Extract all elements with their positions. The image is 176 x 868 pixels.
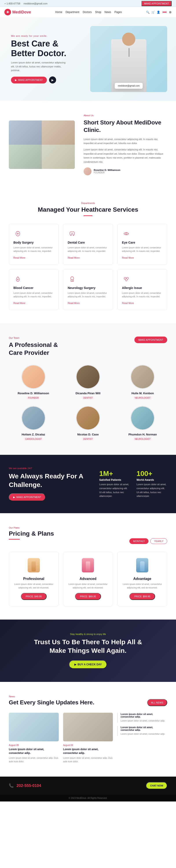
logo-icon: ✚	[4, 9, 11, 16]
accessibility-icon[interactable]: ⊕	[169, 10, 172, 14]
news-card-2: August 09 Lorem ipsum dolor sit amet, co…	[63, 713, 113, 764]
pricing-heading: Pricing & Plans	[9, 530, 54, 537]
advanced-price-button[interactable]: PRICE: $69.95	[75, 593, 101, 600]
member-1-name: Roseline D. Williamson	[9, 392, 58, 395]
make-appt-top-button[interactable]: MAKE APPOINTMENT	[141, 1, 172, 6]
plan-advantage: Advantage Lorem ipsum dolor sit amet, co…	[117, 552, 167, 606]
news-desc-1: Lorem ipsum dolor sit amet, consectetur …	[9, 756, 59, 764]
nav-right: 🔍 🛒 👤 ⊕	[146, 10, 172, 14]
dental-read-more[interactable]: Read More	[68, 256, 80, 259]
hero-cta-button[interactable]: ▶ MAKE APPOINTMENT	[11, 76, 47, 84]
allergic-read-more[interactable]: Read More	[122, 302, 134, 304]
play-icon-stats: ▶	[13, 496, 15, 499]
news-desc-2: Lorem ipsum dolor sit amet, consectetur …	[63, 756, 113, 764]
footer-bottom: © 2023 MediDove. All Rights Reserved.	[0, 795, 176, 802]
all-news-button[interactable]: ALL NEWS	[147, 699, 167, 706]
stethoscope	[129, 48, 129, 57]
cta-button[interactable]: ▶ BUY A CHECK DAY	[69, 660, 107, 669]
professional-price-button[interactable]: PRICE: $49.95	[21, 593, 47, 600]
pricing-grid: Professional Lorem ipsum dolor sit amet,…	[9, 552, 167, 606]
dental-desc: Lorem ipsum dolor sit amet, consectetur …	[68, 246, 108, 253]
news-title-2: Lorem ipsum dolor sit amet, consectetur …	[63, 747, 113, 755]
yearly-toggle[interactable]: YEARLY	[150, 538, 167, 544]
news-title-1: Lorem ipsum dolor sit amet, consectetur …	[9, 747, 59, 755]
body-surgery-read-more[interactable]: Read More	[13, 256, 25, 259]
logo[interactable]: ✚ MediDove	[4, 9, 31, 16]
stats-section: We are available 24/7 We Always Ready Fo…	[0, 455, 176, 513]
side-article-2: Lorem ipsum dolor sit amet, consectetur …	[117, 726, 167, 736]
nav-news[interactable]: News	[105, 10, 111, 14]
member-4-name: Holiam Z. Dicalaz	[9, 433, 58, 436]
top-bar: + 1-800-67758 medidove@gmail.com MAKE AP…	[0, 0, 176, 7]
about-para1: Lorem ipsum dolor sit amet, consectetur …	[83, 137, 167, 145]
search-icon[interactable]: 🔍	[146, 10, 150, 14]
team-appt-button[interactable]: MAKE APPOINTMENT	[134, 337, 167, 343]
dept-card-dental: Dental Care Lorem ipsum dolor sit amet, …	[63, 224, 113, 265]
doc-face-2	[42, 121, 75, 145]
professional-desc: Lorem ipsum dolor sit amet, consectetur …	[13, 583, 54, 590]
allergic-desc: Lorem ipsum dolor sit amet, consectetur …	[122, 291, 163, 299]
plan-advanced: Advanced Lorem ipsum dolor sit amet, con…	[63, 552, 113, 606]
eye-read-more[interactable]: Read More	[122, 256, 134, 259]
team-heading: A Professional &Care Provider	[9, 341, 58, 357]
avatar-5	[76, 406, 100, 430]
nav-pages[interactable]: Pages	[114, 10, 122, 14]
cta-heading: Trust Us To Be There To Help All & Make …	[33, 638, 143, 655]
dept-grid: Body Surgery Lorem ipsum dolor sit amet,…	[9, 224, 167, 310]
language-flag[interactable]	[162, 10, 167, 14]
phone-icon: 📞	[9, 783, 14, 788]
nav-home[interactable]: Home	[55, 10, 62, 14]
member-6-name: Phumdun H. Norman	[118, 433, 167, 436]
blood-cancer-desc: Lorem ipsum dolor sit amet, consectetur …	[13, 291, 54, 299]
dept-divider	[83, 215, 93, 216]
neurology-read-more[interactable]: Read More	[68, 302, 80, 304]
side-desc-2: Lorem ipsum dolor sit amet, consectetur …	[120, 732, 167, 736]
stat-awards: 100+ World Awards Lorem ipsum dolor sit …	[136, 470, 167, 498]
avatar-1	[21, 365, 45, 389]
contact-info: + 1-800-67758 medidove@gmail.com	[4, 2, 47, 5]
body-surgery-title: Body Surgery	[13, 241, 54, 244]
nav-icons: 🔍 🛒 👤	[146, 10, 160, 14]
monthly-toggle[interactable]: MONTHLY	[129, 538, 148, 544]
about-section: About Us Short Story About MediDove Clin…	[0, 101, 176, 189]
cart-icon[interactable]: 🛒	[151, 10, 155, 14]
nav-shop[interactable]: Shop	[95, 10, 101, 14]
doc-face-4	[42, 145, 75, 169]
news-tag: News	[9, 695, 94, 698]
phone-text: + 1-800-67758	[4, 2, 20, 5]
pricing-toggle: MONTHLY YEARLY	[129, 538, 167, 544]
eye-desc: Lorem ipsum dolor sit amet, consectetur …	[122, 246, 163, 253]
dept-heading: Managed Your Heathcare Services	[9, 206, 167, 213]
copyright-text: © 2023 MediDove. All Rights Reserved.	[69, 797, 107, 799]
author-name: Roseline D. Williamson	[94, 169, 120, 172]
member-3-role: NEUROLOGIST	[133, 396, 152, 400]
news-date-1: August 09	[9, 744, 59, 746]
hero-play-button[interactable]: ▶	[49, 76, 56, 84]
dept-card-allergic: Allergic Issue Lorem ipsum dolor sit ame…	[117, 269, 167, 310]
user-icon[interactable]: 👤	[156, 10, 160, 14]
stats-left: We are available 24/7 We Always Ready Fo…	[9, 467, 91, 501]
stats-appt-button[interactable]: ▶ MAKE APPOINTMENT	[9, 493, 45, 501]
neurology-desc: Lorem ipsum dolor sit amet, consectetur …	[68, 291, 108, 299]
news-title-area: News Get Every Single Updates Here.	[9, 695, 94, 706]
blood-cancer-title: Blood Cancer	[13, 286, 54, 290]
chat-button[interactable]: CHAT NOW	[146, 782, 167, 789]
nav-department[interactable]: Department	[66, 10, 79, 14]
about-heading: Short Story About MediDove Clinic.	[83, 119, 167, 134]
advanced-desc: Lorem ipsum dolor sit amet, consectetur …	[68, 583, 108, 590]
member-2-role: DENTIST	[82, 396, 95, 400]
member-3-name: Huile M. Kenbon	[118, 392, 167, 395]
side-title-1: Lorem ipsum dolor sit amet, consectetur …	[120, 713, 167, 718]
plan-professional: Professional Lorem ipsum dolor sit amet,…	[9, 552, 59, 606]
eye-title: Eye Care	[122, 241, 163, 244]
allergic-icon	[122, 275, 131, 283]
logo-text: MediDove	[12, 10, 31, 14]
hero-content: We are ready for your smile. Best Care &…	[11, 35, 90, 84]
blood-cancer-read-more[interactable]: Read More	[13, 302, 25, 304]
advantage-price-button[interactable]: PRICE: $99.95	[129, 593, 155, 600]
stat-patients: 1M+ Satisfied Patients Lorem ipsum dolor…	[99, 470, 130, 498]
nav-doctors[interactable]: Doctors	[83, 10, 92, 14]
team-member-4: Holiam Z. Dicalaz CARDIOLOGIST	[9, 406, 58, 442]
dental-icon	[68, 229, 77, 238]
doctors-grid	[9, 121, 75, 169]
